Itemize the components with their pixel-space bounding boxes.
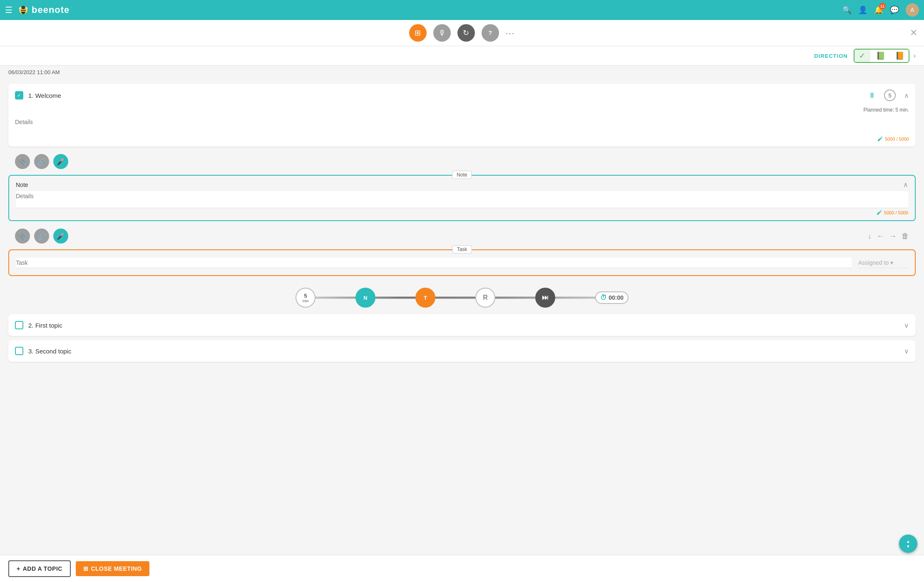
timeline-task-badge[interactable]: T	[415, 288, 435, 308]
note-char-count: 🧪 5000 / 5000	[16, 210, 908, 215]
close-meeting-button[interactable]: ⊞ CLOSE MEETING	[76, 561, 149, 576]
topic-card-1: ✓ 1. Welcome ⏸ 5 ∧ Planned time: 5 min. …	[8, 84, 916, 147]
topic-title-3: 3. Second topic	[28, 348, 899, 355]
timeline-min-value: 5	[304, 293, 307, 299]
topic-header-2[interactable]: 2. First topic ∨	[8, 314, 916, 336]
note-card-1: Note Note ∧ 🧪 5000 / 5000	[8, 175, 916, 221]
float-up-icon: ▲	[906, 539, 910, 544]
topic-collapse-icon-2[interactable]: ∨	[904, 321, 909, 329]
add-user-icon[interactable]: 👤	[858, 5, 867, 15]
timer-value: 00:00	[609, 294, 623, 301]
topic-header-3[interactable]: 3. Second topic ∨	[8, 340, 916, 362]
floating-action-button[interactable]: ▲ ▼	[899, 535, 917, 553]
check-mark-icon: ✓	[17, 92, 21, 98]
mic-button-1[interactable]: 🎤	[53, 154, 68, 169]
topic-details-area-1[interactable]	[15, 116, 909, 134]
chat-icon[interactable]: 💬	[890, 5, 899, 15]
topic-card-3: 3. Second topic ∨	[8, 340, 916, 362]
timeline-duration-badge[interactable]: 5 min	[296, 288, 315, 308]
link-button-1[interactable]: 🔗	[34, 154, 49, 169]
meeting-date: 06/03/2022 11:00 AM	[0, 66, 924, 79]
help-button[interactable]: ?	[482, 24, 499, 42]
add-topic-label: ADD A TOPIC	[23, 565, 62, 572]
direction-action-buttons: ✓ 📗 📙	[854, 49, 909, 63]
char-count-text-1: 5000 / 5000	[885, 137, 909, 142]
planned-time-text: Planned time: 5 min.	[864, 107, 909, 113]
meeting-toolbar: ⊞ 🎙 ↻ ? ··· ✕	[0, 20, 924, 46]
timeline-timer[interactable]: ⏱ 00:00	[595, 291, 628, 304]
topic-collapse-icon-1[interactable]: ∧	[904, 92, 909, 99]
note-collapse-icon[interactable]: ∧	[903, 181, 908, 189]
app-logo: beenote	[17, 3, 70, 17]
note-char-count-text: 5000 / 5000	[884, 210, 908, 215]
task-card-1: Task Assigned to ▾	[8, 249, 916, 276]
avatar[interactable]: A	[906, 3, 919, 17]
sync-button[interactable]: ↻	[457, 24, 475, 42]
timeline-row: 5 min N T R ⏭ ⏱ 00:00	[8, 281, 916, 314]
timeline-skip-icon: ⏭	[542, 294, 549, 301]
note-move-down-icon[interactable]: ↓	[868, 232, 872, 241]
note-move-left-icon[interactable]: ←	[877, 232, 884, 241]
topic-title-2: 2. First topic	[28, 322, 899, 329]
note-flask-icon: 🧪	[877, 210, 882, 215]
notification-badge: 11	[879, 3, 886, 10]
timeline-note-badge[interactable]: N	[355, 288, 375, 308]
svg-rect-3	[21, 11, 26, 12]
direction-chevron-button[interactable]: ›	[912, 50, 917, 61]
timeline-skip-badge[interactable]: ⏭	[535, 288, 555, 308]
timeline-review-icon: R	[483, 294, 488, 301]
task-label-tag: Task	[452, 245, 472, 254]
timeline-task-icon: T	[424, 295, 427, 301]
timer-clock-icon: ⏱	[600, 294, 607, 301]
topic-1-action-buttons: 📎 🔗 🎤	[8, 152, 916, 172]
topic-header-1[interactable]: ✓ 1. Welcome ⏸ 5 ∧	[8, 84, 916, 107]
svg-point-7	[24, 6, 25, 8]
note-label-tag: Note	[452, 171, 472, 179]
note-mic-button[interactable]: 🎤	[53, 229, 68, 244]
close-toolbar-button[interactable]: ✕	[910, 27, 917, 38]
note-link-button[interactable]: 🔗	[34, 229, 49, 244]
direction-flask-button[interactable]: 📙	[891, 50, 909, 62]
task-input[interactable]	[16, 258, 852, 268]
top-navigation: ☰ beenote 🔍 👤 🔔 11 💬 A	[0, 0, 924, 20]
search-icon[interactable]: 🔍	[842, 5, 852, 15]
timeline-note-icon: N	[363, 295, 367, 301]
bee-icon	[17, 3, 30, 17]
note-attachment-button[interactable]: 📎	[15, 229, 30, 244]
nav-right-area: 🔍 👤 🔔 11 💬 A	[842, 3, 919, 17]
assigned-to-text: Assigned to	[858, 259, 889, 266]
note-title: Note	[16, 182, 28, 188]
topic-count-badge-1: 5	[884, 90, 896, 101]
task-inner: Assigned to ▾	[9, 250, 915, 275]
note-move-right-icon[interactable]: →	[889, 232, 897, 241]
char-count-1: 🧪 5000 / 5000	[15, 136, 909, 142]
topic-checkbox-3[interactable]	[15, 347, 23, 355]
app-name: beenote	[32, 5, 70, 15]
topic-pause-icon[interactable]: ⏸	[868, 91, 876, 100]
hamburger-menu-icon[interactable]: ☰	[5, 5, 12, 15]
note-details-area[interactable]	[16, 191, 908, 208]
more-options-button[interactable]: ···	[506, 28, 515, 38]
notification-icon[interactable]: 🔔 11	[874, 5, 883, 15]
topic-checkbox-1[interactable]: ✓	[15, 91, 23, 99]
mic-off-button[interactable]: 🎙	[433, 24, 451, 42]
svg-point-6	[21, 6, 23, 8]
task-assigned-dropdown[interactable]: Assigned to ▾	[858, 258, 908, 268]
note-delete-icon[interactable]: 🗑	[902, 232, 909, 241]
timeline-min-label: min	[303, 299, 309, 303]
add-topic-button[interactable]: + ADD A TOPIC	[8, 560, 71, 577]
topic-count-text: 5	[888, 92, 891, 99]
topic-body-1: Planned time: 5 min. 🧪 5000 / 5000	[8, 107, 916, 147]
timeline-wrapper: 5 min N T R ⏭ ⏱ 00:00	[296, 285, 628, 310]
direction-book-button[interactable]: 📗	[872, 50, 889, 62]
attachment-button-1[interactable]: 📎	[15, 154, 30, 169]
close-meeting-icon: ⊞	[83, 565, 89, 572]
meeting-icon-button[interactable]: ⊞	[409, 24, 427, 42]
direction-bar: DIRECTION ✓ 📗 📙 ›	[0, 46, 924, 66]
topic-checkbox-2[interactable]	[15, 321, 23, 329]
direction-check-button[interactable]: ✓	[854, 50, 870, 62]
topic-collapse-icon-3[interactable]: ∨	[904, 347, 909, 355]
avatar-initial: A	[910, 7, 914, 13]
timeline-review-badge[interactable]: R	[475, 288, 495, 308]
close-meeting-label: CLOSE MEETING	[91, 565, 142, 572]
